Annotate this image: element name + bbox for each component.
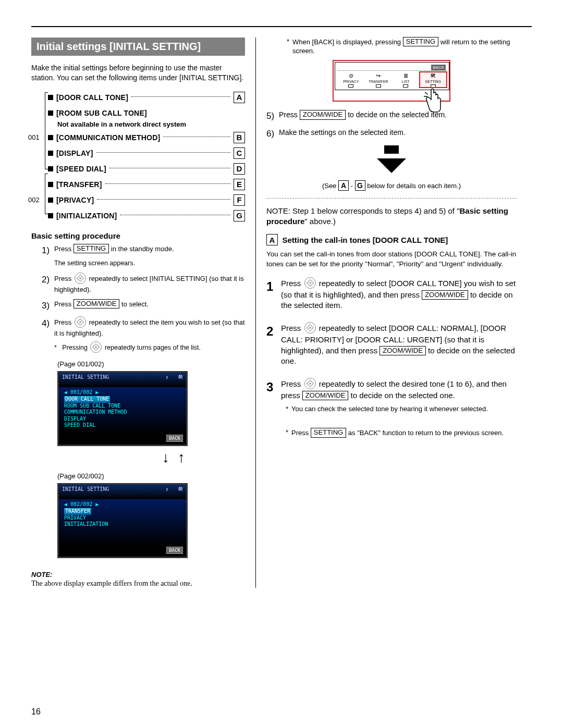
setting-transfer: [TRANSFER] <box>56 180 102 189</box>
step-3-num: 3) <box>42 300 54 312</box>
page-002: 002 <box>28 196 45 204</box>
page-001: 001 <box>28 133 45 141</box>
list-icon: ≣ <box>392 72 420 79</box>
zoomwide-key: ZOOM/WIDE <box>380 346 426 355</box>
util-icon: ↕ 🛠 <box>165 374 183 380</box>
r-final-b: as "BACK" function to return to the prev… <box>348 429 504 437</box>
room-sub-note: Not available in a network direct system <box>57 120 245 128</box>
setting-icon: 🛠 <box>420 72 447 79</box>
rstep-1-num: 1 <box>266 278 281 311</box>
setting-key: SETTING <box>311 428 346 437</box>
down-arrow <box>376 145 407 173</box>
see-b: - <box>351 182 355 190</box>
step-4-star-b: repeatedly turns pages of the list. <box>105 344 201 351</box>
asterisk: * <box>282 38 289 55</box>
setting-speed-dial: [SPEED DIAL] <box>56 165 106 173</box>
rstep-2-num: 2 <box>266 323 281 366</box>
navkey-icon <box>304 378 316 389</box>
step-3-a: Press <box>54 300 74 308</box>
step-3-b: to select. <box>121 300 149 308</box>
navkey-icon <box>304 322 316 334</box>
letter-e: E <box>234 179 245 190</box>
note-body: The above display example differs from t… <box>31 579 245 588</box>
letter-d: D <box>234 163 245 175</box>
step-1-sub: The setting screen appears. <box>54 259 245 268</box>
r-final-a: Press <box>291 429 311 437</box>
asterisk: * <box>281 428 288 438</box>
transfer-icon: ↪ <box>365 72 393 79</box>
setting-communication-method: [COMMUNICATION METHOD] <box>56 133 160 142</box>
note2-c: " above.) <box>304 217 336 226</box>
r3-c: to decide on the selected one. <box>351 391 455 400</box>
r3-star: You can check the selected tone by heari… <box>291 405 488 413</box>
lcd-screen-2: INITIAL SETTING ↕ 🛠 ◀ 002/002 ▶ TRANSFER… <box>57 483 188 558</box>
setting-display: [DISPLAY] <box>56 149 93 157</box>
section-header: Initial settings [INITIAL SETTING] <box>31 38 245 56</box>
letter-b: B <box>234 132 245 143</box>
step-6-num: 6) <box>266 128 279 140</box>
r1-a: Press <box>281 279 303 288</box>
step-1-num: 1) <box>42 244 54 268</box>
see-letter-g: G <box>355 180 365 191</box>
intro-text: Make the initial settings before beginni… <box>31 63 245 83</box>
navkey-icon <box>304 277 316 289</box>
button-panel-wrap: BACK ⊘ PRIVACY ↪ TRANSFER <box>333 60 450 102</box>
step-4-a: Press <box>54 318 74 326</box>
back-note-a: When [BACK] is displayed, pressing <box>292 38 403 46</box>
screen1-caption: (Page 001/002) <box>57 360 245 368</box>
asterisk: * <box>54 344 60 351</box>
note2-a: NOTE: Step 1 below corresponds to steps … <box>266 206 460 215</box>
zoomwide-key: ZOOM/WIDE <box>300 110 346 119</box>
step-5-num: 5) <box>266 110 279 122</box>
r2-a: Press <box>281 324 303 332</box>
asterisk: * <box>281 405 288 413</box>
lcd-screen-1: INITIAL SETTING ↕ 🛠 ◀ 001/002 ▶ DOOR CAL… <box>57 371 188 446</box>
section-a-heading: Setting the call-in tones [DOOR CALL TON… <box>282 236 448 244</box>
r3-a: Press <box>281 379 303 388</box>
see-a: (See <box>322 182 338 190</box>
page-number: 16 <box>31 707 41 717</box>
button-panel: BACK ⊘ PRIVACY ↪ TRANSFER <box>335 62 449 90</box>
settings-list: [DOOR CALL TONE] A [ROOM SUB CALL TONE] … <box>31 91 245 222</box>
setting-door-call-tone: [DOOR CALL TONE] <box>56 93 128 102</box>
letter-c: C <box>234 147 245 159</box>
navkey-icon <box>75 316 86 328</box>
step-2-a: Press <box>54 275 74 282</box>
navkey-icon <box>75 273 86 284</box>
letter-f: F <box>234 194 245 206</box>
zoomwide-key: ZOOM/WIDE <box>74 299 120 309</box>
setting-key: SETTING <box>403 37 438 46</box>
panel-back: BACK <box>431 65 446 70</box>
finger-press-icon <box>421 88 443 114</box>
step-5-a: Press <box>279 110 300 119</box>
basic-heading: Basic setting procedure <box>31 231 245 240</box>
letter-a: A <box>234 92 245 103</box>
step-4-star-a: Pressing <box>62 344 89 351</box>
letter-g: G <box>234 210 245 221</box>
setting-privacy: [PRIVACY] <box>56 196 94 204</box>
setting-key: SETTING <box>74 244 109 253</box>
privacy-icon: ⊘ <box>337 72 365 79</box>
note-heading: NOTE: <box>31 571 245 578</box>
step-2-num: 2) <box>42 274 54 294</box>
section-a-intro: You can set the call-in tones from door … <box>266 250 517 268</box>
step-6: Make the settings on the selected item. <box>279 128 406 137</box>
screen2-caption: (Page 002/002) <box>57 472 245 480</box>
setting-initialization: [INITIALIZATION] <box>56 212 117 220</box>
zoomwide-key: ZOOM/WIDE <box>422 290 468 300</box>
zoomwide-key: ZOOM/WIDE <box>302 391 349 400</box>
svg-line-0 <box>425 92 428 94</box>
step-1-b: in the standby mode. <box>111 245 174 253</box>
util-icon: ↕ 🛠 <box>165 486 183 492</box>
navkey-icon <box>90 341 102 353</box>
arrows-updown: ↓ ↑ <box>104 449 245 466</box>
rstep-3-num: 3 <box>266 379 281 401</box>
setting-room-sub-call-tone: [ROOM SUB CALL TONE] <box>56 109 147 117</box>
see-letter-a: A <box>338 180 349 191</box>
section-a-letter: A <box>266 234 278 245</box>
step-4-num: 4) <box>42 317 54 354</box>
step-1-a: Press <box>54 245 74 253</box>
see-c: below for details on each item.) <box>367 182 461 190</box>
